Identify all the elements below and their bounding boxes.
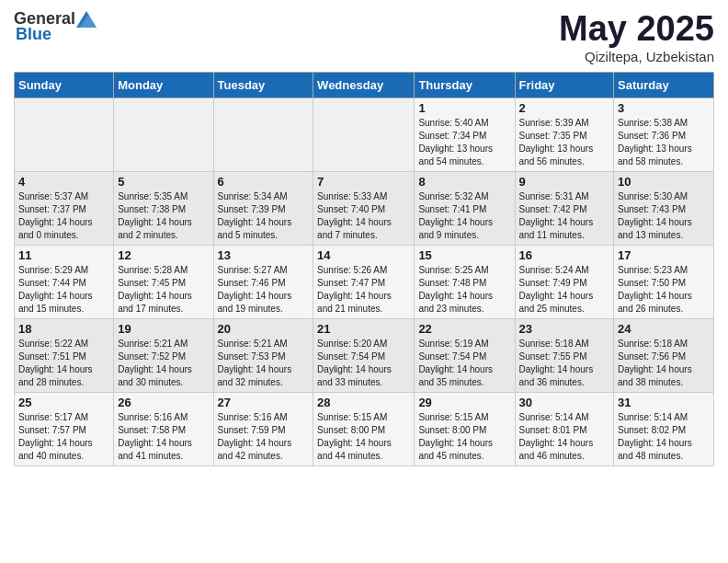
calendar-cell: 12Sunrise: 5:28 AM Sunset: 7:45 PM Dayli… — [114, 246, 213, 319]
col-monday: Monday — [114, 73, 213, 98]
calendar-week-0: 1Sunrise: 5:40 AM Sunset: 7:34 PM Daylig… — [15, 98, 714, 172]
calendar-cell: 15Sunrise: 5:25 AM Sunset: 7:48 PM Dayli… — [415, 246, 515, 319]
day-info: Sunrise: 5:34 AM Sunset: 7:39 PM Dayligh… — [218, 190, 310, 242]
page-header: General Blue May 2025 Qiziltepa, Uzbekis… — [14, 9, 714, 64]
calendar-cell: 24Sunrise: 5:18 AM Sunset: 7:56 PM Dayli… — [614, 319, 714, 393]
day-info: Sunrise: 5:29 AM Sunset: 7:44 PM Dayligh… — [18, 264, 109, 316]
day-info: Sunrise: 5:20 AM Sunset: 7:54 PM Dayligh… — [317, 338, 410, 389]
logo-blue: Blue — [16, 25, 51, 44]
day-number: 17 — [618, 248, 710, 262]
day-info: Sunrise: 5:31 AM Sunset: 7:42 PM Dayligh… — [519, 190, 610, 242]
calendar-cell: 25Sunrise: 5:17 AM Sunset: 7:57 PM Dayli… — [15, 393, 114, 466]
day-info: Sunrise: 5:24 AM Sunset: 7:49 PM Dayligh… — [519, 264, 610, 316]
day-number: 28 — [317, 396, 410, 409]
day-info: Sunrise: 5:25 AM Sunset: 7:48 PM Dayligh… — [418, 264, 510, 316]
title-block: May 2025 Qiziltepa, Uzbekistan — [559, 9, 714, 64]
calendar-cell: 29Sunrise: 5:15 AM Sunset: 8:00 PM Dayli… — [415, 393, 515, 466]
col-saturday: Saturday — [614, 73, 714, 98]
day-number: 16 — [519, 248, 610, 262]
calendar-cell: 9Sunrise: 5:31 AM Sunset: 7:42 PM Daylig… — [515, 172, 614, 246]
day-number: 31 — [618, 396, 710, 409]
calendar-cell — [15, 98, 114, 172]
day-number: 27 — [218, 396, 310, 409]
day-number: 13 — [218, 248, 310, 262]
day-number: 24 — [618, 322, 710, 336]
page-container: General Blue May 2025 Qiziltepa, Uzbekis… — [0, 0, 728, 476]
calendar-header-row: Sunday Monday Tuesday Wednesday Thursday… — [15, 73, 714, 98]
calendar-cell: 31Sunrise: 5:14 AM Sunset: 8:02 PM Dayli… — [614, 393, 714, 466]
day-info: Sunrise: 5:22 AM Sunset: 7:51 PM Dayligh… — [18, 338, 109, 389]
calendar-week-3: 18Sunrise: 5:22 AM Sunset: 7:51 PM Dayli… — [15, 319, 714, 393]
day-info: Sunrise: 5:19 AM Sunset: 7:54 PM Dayligh… — [418, 338, 510, 389]
month-title: May 2025 — [559, 9, 714, 49]
calendar-cell: 22Sunrise: 5:19 AM Sunset: 7:54 PM Dayli… — [415, 319, 515, 393]
day-number: 5 — [118, 175, 209, 189]
calendar-cell: 20Sunrise: 5:21 AM Sunset: 7:53 PM Dayli… — [213, 319, 313, 393]
calendar-cell: 8Sunrise: 5:32 AM Sunset: 7:41 PM Daylig… — [415, 172, 515, 246]
day-info: Sunrise: 5:21 AM Sunset: 7:52 PM Dayligh… — [118, 338, 209, 389]
day-info: Sunrise: 5:30 AM Sunset: 7:43 PM Dayligh… — [618, 190, 710, 242]
calendar-cell: 17Sunrise: 5:23 AM Sunset: 7:50 PM Dayli… — [614, 246, 714, 319]
logo: General Blue — [14, 9, 97, 44]
calendar-week-4: 25Sunrise: 5:17 AM Sunset: 7:57 PM Dayli… — [15, 393, 714, 466]
logo-icon — [76, 11, 97, 28]
calendar-table: Sunday Monday Tuesday Wednesday Thursday… — [14, 72, 714, 466]
day-info: Sunrise: 5:38 AM Sunset: 7:36 PM Dayligh… — [618, 117, 710, 168]
calendar-cell — [213, 98, 313, 172]
day-number: 18 — [18, 322, 109, 336]
day-info: Sunrise: 5:17 AM Sunset: 7:57 PM Dayligh… — [18, 411, 109, 463]
day-number: 23 — [519, 322, 610, 336]
calendar-week-1: 4Sunrise: 5:37 AM Sunset: 7:37 PM Daylig… — [15, 172, 714, 246]
calendar-cell: 7Sunrise: 5:33 AM Sunset: 7:40 PM Daylig… — [313, 172, 415, 246]
calendar-cell — [114, 98, 213, 172]
day-number: 11 — [18, 248, 109, 262]
day-info: Sunrise: 5:16 AM Sunset: 7:58 PM Dayligh… — [118, 411, 209, 463]
col-tuesday: Tuesday — [213, 73, 313, 98]
day-info: Sunrise: 5:40 AM Sunset: 7:34 PM Dayligh… — [418, 117, 510, 168]
day-number: 19 — [118, 322, 209, 336]
day-info: Sunrise: 5:37 AM Sunset: 7:37 PM Dayligh… — [18, 190, 109, 242]
day-number: 25 — [18, 396, 109, 409]
day-number: 2 — [519, 101, 610, 115]
day-info: Sunrise: 5:18 AM Sunset: 7:56 PM Dayligh… — [618, 338, 710, 389]
calendar-cell: 28Sunrise: 5:15 AM Sunset: 8:00 PM Dayli… — [313, 393, 415, 466]
day-number: 14 — [317, 248, 410, 262]
day-info: Sunrise: 5:15 AM Sunset: 8:00 PM Dayligh… — [418, 411, 510, 463]
calendar-cell: 3Sunrise: 5:38 AM Sunset: 7:36 PM Daylig… — [614, 98, 714, 172]
day-info: Sunrise: 5:14 AM Sunset: 8:01 PM Dayligh… — [519, 411, 610, 463]
calendar-cell: 14Sunrise: 5:26 AM Sunset: 7:47 PM Dayli… — [313, 246, 415, 319]
day-info: Sunrise: 5:26 AM Sunset: 7:47 PM Dayligh… — [317, 264, 410, 316]
day-info: Sunrise: 5:27 AM Sunset: 7:46 PM Dayligh… — [218, 264, 310, 316]
col-thursday: Thursday — [415, 73, 515, 98]
calendar-cell: 10Sunrise: 5:30 AM Sunset: 7:43 PM Dayli… — [614, 172, 714, 246]
day-number: 8 — [418, 175, 510, 189]
day-number: 1 — [418, 101, 510, 115]
col-friday: Friday — [515, 73, 614, 98]
day-info: Sunrise: 5:15 AM Sunset: 8:00 PM Dayligh… — [317, 411, 410, 463]
day-number: 3 — [618, 101, 710, 115]
calendar-cell: 2Sunrise: 5:39 AM Sunset: 7:35 PM Daylig… — [515, 98, 614, 172]
day-number: 29 — [418, 396, 510, 409]
calendar-cell: 18Sunrise: 5:22 AM Sunset: 7:51 PM Dayli… — [15, 319, 114, 393]
day-info: Sunrise: 5:39 AM Sunset: 7:35 PM Dayligh… — [519, 117, 610, 168]
calendar-cell: 30Sunrise: 5:14 AM Sunset: 8:01 PM Dayli… — [515, 393, 614, 466]
calendar-cell: 11Sunrise: 5:29 AM Sunset: 7:44 PM Dayli… — [15, 246, 114, 319]
calendar-cell: 13Sunrise: 5:27 AM Sunset: 7:46 PM Dayli… — [213, 246, 313, 319]
day-number: 21 — [317, 322, 410, 336]
calendar-cell: 5Sunrise: 5:35 AM Sunset: 7:38 PM Daylig… — [114, 172, 213, 246]
day-info: Sunrise: 5:21 AM Sunset: 7:53 PM Dayligh… — [218, 338, 310, 389]
day-number: 22 — [418, 322, 510, 336]
day-number: 26 — [118, 396, 209, 409]
day-number: 20 — [218, 322, 310, 336]
calendar-cell: 1Sunrise: 5:40 AM Sunset: 7:34 PM Daylig… — [415, 98, 515, 172]
calendar-cell: 21Sunrise: 5:20 AM Sunset: 7:54 PM Dayli… — [313, 319, 415, 393]
day-number: 9 — [519, 175, 610, 189]
calendar-cell: 27Sunrise: 5:16 AM Sunset: 7:59 PM Dayli… — [213, 393, 313, 466]
day-info: Sunrise: 5:14 AM Sunset: 8:02 PM Dayligh… — [618, 411, 710, 463]
col-sunday: Sunday — [15, 73, 114, 98]
day-number: 10 — [618, 175, 710, 189]
day-number: 7 — [317, 175, 410, 189]
day-number: 30 — [519, 396, 610, 409]
day-info: Sunrise: 5:33 AM Sunset: 7:40 PM Dayligh… — [317, 190, 410, 242]
day-info: Sunrise: 5:28 AM Sunset: 7:45 PM Dayligh… — [118, 264, 209, 316]
